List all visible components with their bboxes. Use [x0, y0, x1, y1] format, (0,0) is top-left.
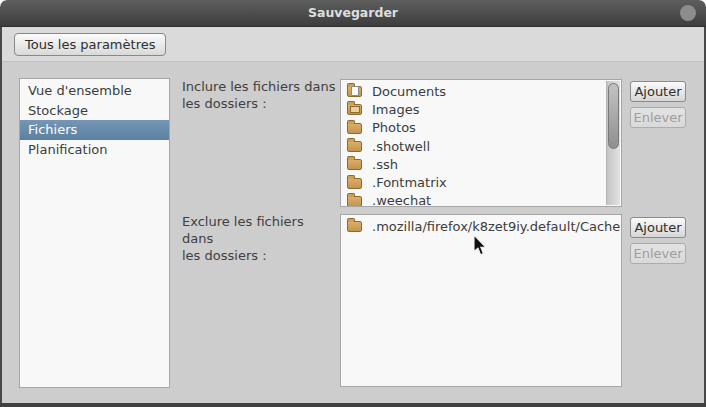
exclude-add-button[interactable]: Ajouter — [630, 217, 686, 238]
folder-icon — [347, 221, 362, 232]
folder-name: Documents — [372, 84, 446, 99]
folder-icon — [347, 123, 362, 134]
folder-list-item[interactable]: .ssh — [341, 155, 621, 173]
titlebar[interactable]: Sauvegarder — [0, 0, 706, 27]
folder-list-item[interactable]: .weechat — [341, 192, 621, 207]
sidebar-item-label: Vue d'ensemble — [28, 83, 132, 98]
sidebar-item[interactable]: Stockage — [20, 101, 169, 121]
folder-icon — [347, 196, 362, 207]
window-title: Sauvegarder — [0, 0, 706, 27]
folder-name: .mozilla/firefox/k8zet9iy.default/Cache — [372, 219, 620, 234]
folder-list-item[interactable]: Photos — [341, 119, 621, 137]
folder-list-item[interactable]: Images — [341, 100, 621, 118]
close-button[interactable] — [680, 5, 696, 21]
exclude-remove-button[interactable]: Enlever — [630, 243, 686, 264]
include-add-button[interactable]: Ajouter — [630, 81, 686, 102]
folder-name: Photos — [372, 120, 416, 135]
scrollbar[interactable] — [606, 81, 620, 205]
backup-settings-window: Sauvegarder Tous les paramètres Vue d'en… — [0, 0, 706, 407]
folder-documents-icon — [347, 86, 362, 97]
folder-name: Images — [372, 102, 420, 117]
sidebar-item-label: Stockage — [28, 103, 88, 118]
sidebar-item[interactable]: Fichiers — [20, 120, 169, 140]
all-settings-button[interactable]: Tous les paramètres — [14, 33, 166, 56]
folder-icon — [347, 141, 362, 152]
folder-list-item[interactable]: Documents — [341, 82, 621, 100]
folder-name: .weechat — [372, 193, 431, 207]
sidebar-item-label: Planification — [28, 142, 107, 157]
sidebar-item-label: Fichiers — [28, 122, 77, 137]
folder-images-icon — [347, 104, 362, 115]
include-folder-list: Documents Images Photos .shotwell .ssh — [340, 79, 622, 207]
sidebar-item[interactable]: Planification — [20, 140, 169, 160]
folder-list-item[interactable]: .mozilla/firefox/k8zet9iy.default/Cache — [341, 217, 621, 235]
settings-category-list: Vue d'ensemble Stockage Fichiers Planifi… — [19, 78, 170, 388]
folder-name: .shotwell — [372, 139, 430, 154]
window-border-left — [0, 27, 2, 407]
mouse-cursor — [473, 235, 488, 257]
toolbar: Tous les paramètres — [2, 27, 704, 62]
folder-icon — [347, 178, 362, 189]
scrollbar-thumb[interactable] — [608, 83, 619, 149]
exclude-label: Exclure les fichiers dans les dossiers : — [182, 213, 338, 264]
folder-name: .ssh — [372, 157, 398, 172]
sidebar-item[interactable]: Vue d'ensemble — [20, 81, 169, 101]
include-remove-button[interactable]: Enlever — [630, 107, 686, 128]
folder-list-item[interactable]: .Fontmatrix — [341, 173, 621, 191]
folder-list-item[interactable]: .shotwell — [341, 137, 621, 155]
folder-name: .Fontmatrix — [372, 175, 447, 190]
folder-icon — [347, 159, 362, 170]
window-border-bottom — [0, 403, 706, 407]
include-label: Inclure les fichiers dans les dossiers : — [182, 78, 338, 112]
